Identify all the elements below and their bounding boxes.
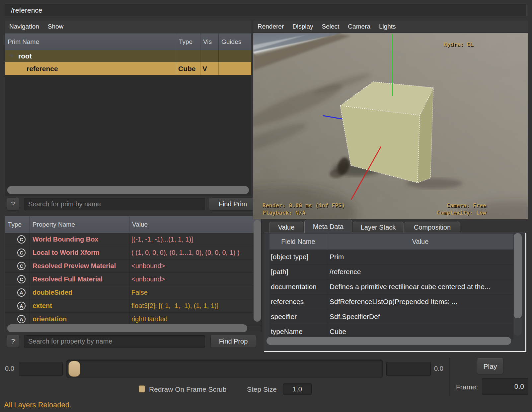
col-prop-value[interactable]: Value bbox=[129, 216, 252, 233]
hud-playback: Playback: N/A bbox=[263, 210, 305, 216]
frame-input[interactable] bbox=[482, 378, 528, 395]
meta-data-table: Field Name Value [object type] Prim [pat… bbox=[269, 234, 513, 339]
find-prim-button[interactable]: Find Prim bbox=[209, 198, 257, 211]
computed-icon: C bbox=[17, 275, 26, 283]
property-row[interactable]: C Resolved Full Material <unbound> bbox=[5, 273, 261, 286]
meta-row[interactable]: specifier Sdf.SpecifierDef bbox=[269, 309, 513, 324]
meta-row[interactable]: [object type] Prim bbox=[269, 250, 513, 264]
meta-vertical-scrollbar[interactable] bbox=[514, 233, 522, 318]
left-menubar: Navigation Show bbox=[5, 21, 251, 33]
menu-display[interactable]: Display bbox=[288, 23, 317, 30]
find-prop-button[interactable]: Find Prop bbox=[210, 335, 256, 348]
menu-lights[interactable]: Lights bbox=[375, 23, 400, 30]
property-row[interactable]: A orientation rightHanded bbox=[5, 313, 261, 326]
prim-help-button[interactable]: ? bbox=[7, 198, 19, 211]
menu-navigation[interactable]: Navigation bbox=[5, 23, 43, 30]
timeline-slider[interactable] bbox=[66, 360, 383, 378]
tab-meta-data[interactable]: Meta Data bbox=[304, 220, 352, 233]
meta-row[interactable]: references SdfReferenceListOp(Prepended … bbox=[269, 294, 513, 309]
property-vertical-scrollbar[interactable] bbox=[254, 220, 261, 322]
hud-complexity: Complexity: Low bbox=[437, 210, 486, 216]
property-row[interactable]: A extent float3[2]: [(-1, -1, -1), (1, 1… bbox=[5, 299, 261, 313]
status-message: All Layers Reloaded. bbox=[4, 401, 71, 409]
viewport-3d[interactable]: Hydra: GL Render: 0.00 ms (inf FPS) Play… bbox=[253, 33, 528, 219]
col-vis[interactable]: Vis bbox=[200, 34, 219, 50]
col-prop-name[interactable]: Property Name bbox=[30, 216, 129, 233]
computed-icon: C bbox=[17, 262, 26, 270]
meta-row[interactable]: [path] /reference bbox=[269, 264, 513, 279]
playback-divider bbox=[449, 358, 450, 396]
range-end-label: 0.0 bbox=[434, 365, 443, 372]
prim-name-label: root bbox=[18, 52, 32, 60]
prim-tree-header: Prim Name Type Vis Guides bbox=[5, 34, 251, 50]
redraw-label: Redraw On Frame Scrub bbox=[149, 385, 226, 393]
menu-camera[interactable]: Camera bbox=[343, 23, 375, 30]
menu-renderer[interactable]: Renderer bbox=[253, 23, 288, 30]
property-row[interactable]: A doubleSided False bbox=[5, 286, 261, 299]
redraw-checkbox[interactable] bbox=[139, 385, 145, 392]
attribute-icon: A bbox=[17, 302, 26, 310]
prop-help-button[interactable]: ? bbox=[7, 335, 19, 348]
hud-renderer: Hydra: GL bbox=[444, 41, 473, 48]
timeline-slider-handle[interactable] bbox=[68, 361, 80, 377]
col-field-name[interactable]: Field Name bbox=[269, 234, 327, 250]
property-panel: Type Property Name Value C World Boundin… bbox=[5, 216, 262, 332]
step-size-label: Step Size bbox=[247, 385, 277, 393]
expand-arrow-icon[interactable] bbox=[9, 54, 14, 58]
range-end-input[interactable] bbox=[386, 362, 431, 376]
col-guides[interactable]: Guides bbox=[219, 34, 251, 50]
tab-value[interactable]: Value bbox=[269, 222, 303, 233]
prim-path-input[interactable]: /reference bbox=[5, 4, 527, 16]
prop-search-input[interactable] bbox=[24, 335, 205, 348]
attribute-icon: A bbox=[17, 315, 26, 323]
range-start-label: 0.0 bbox=[5, 365, 14, 372]
step-size-input[interactable] bbox=[283, 383, 312, 395]
prim-tree-panel: Prim Name Type Vis Guides root reference… bbox=[5, 33, 251, 196]
menu-select[interactable]: Select bbox=[318, 23, 344, 30]
tab-layer-stack[interactable]: Layer Stack bbox=[353, 222, 404, 233]
tab-composition[interactable]: Composition bbox=[405, 222, 460, 233]
play-button[interactable]: Play bbox=[477, 358, 503, 374]
col-prop-type[interactable]: Type bbox=[5, 216, 30, 233]
attribute-icon: A bbox=[17, 288, 26, 297]
property-row[interactable]: C World Bounding Box [(-1, -1, -1)...(1,… bbox=[5, 233, 261, 246]
usdview-window: /reference Navigation Show Renderer Disp… bbox=[0, 0, 532, 412]
property-header: Type Property Name Value bbox=[5, 216, 261, 233]
hud-render-time: Render: 0.00 ms (inf FPS) bbox=[263, 202, 345, 209]
range-start-input[interactable] bbox=[19, 362, 63, 376]
col-prim-name[interactable]: Prim Name bbox=[5, 34, 176, 50]
meta-data-panel: Field Name Value [object type] Prim [pat… bbox=[264, 233, 526, 352]
col-value[interactable]: Value bbox=[327, 234, 513, 250]
prim-search-input[interactable] bbox=[24, 198, 205, 210]
meta-horizontal-scrollbar[interactable] bbox=[266, 337, 511, 345]
computed-icon: C bbox=[17, 249, 26, 257]
tree-row-root[interactable]: root bbox=[5, 50, 251, 62]
viewport-menubar: Renderer Display Select Camera Lights bbox=[253, 21, 528, 33]
menu-show[interactable]: Show bbox=[43, 23, 68, 30]
meta-table-header: Field Name Value bbox=[269, 234, 513, 250]
col-type[interactable]: Type bbox=[176, 34, 200, 50]
property-row[interactable]: C Resolved Preview Material <unbound> bbox=[5, 259, 261, 273]
computed-icon: C bbox=[17, 235, 26, 244]
tree-row-reference[interactable]: reference Cube V bbox=[5, 62, 251, 75]
frame-label: Frame: bbox=[456, 383, 478, 391]
axis-y-green bbox=[392, 34, 393, 96]
tree-horizontal-scrollbar[interactable] bbox=[7, 186, 249, 194]
property-row[interactable]: C Local to World Xform ( (1, 0, 0, 0), (… bbox=[5, 246, 261, 259]
meta-scrollbar-groove bbox=[514, 318, 522, 336]
property-horizontal-scrollbar[interactable] bbox=[7, 324, 247, 332]
meta-row[interactable]: documentation Defines a primitive rectil… bbox=[269, 279, 513, 294]
hud-camera: Camera: Free bbox=[447, 202, 486, 209]
